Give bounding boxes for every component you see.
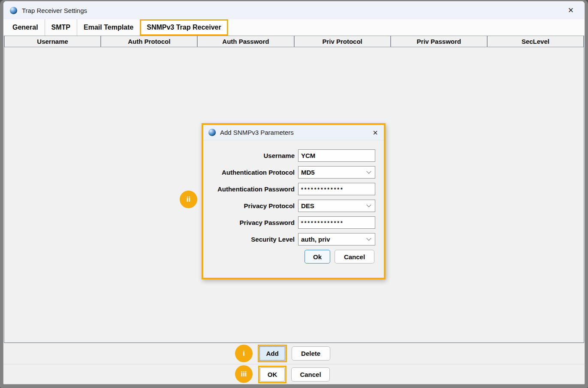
security-level-value: auth, priv [301, 236, 330, 243]
modal-body: Username Authentication Protocol MD5 Aut… [203, 140, 384, 278]
add-snmpv3-parameters-dialog: Add SNMPv3 Parameters × Username Authent… [202, 123, 386, 279]
auth-password-label: Authentication Password [203, 185, 298, 193]
close-icon[interactable]: × [565, 6, 577, 15]
annotation-step-iii: iii [235, 365, 253, 383]
tab-smtp[interactable]: SMTP [45, 19, 77, 36]
modal-button-row: Ok Cancel [203, 250, 384, 264]
app-globe-icon [10, 7, 17, 14]
add-button[interactable]: Add [259, 346, 285, 361]
priv-protocol-label: Privacy Protocol [203, 202, 298, 209]
annotation-box-add: Add [258, 345, 286, 362]
priv-password-label: Privacy Password [203, 219, 298, 226]
username-label: Username [203, 152, 298, 159]
ok-button[interactable]: OK [260, 367, 285, 382]
column-header-priv-protocol[interactable]: Priv Protocol [294, 36, 391, 47]
auth-protocol-select[interactable]: MD5 [298, 166, 375, 179]
chevron-down-icon [366, 202, 371, 207]
column-header-auth-password[interactable]: Auth Password [197, 36, 294, 47]
modal-title-bar: Add SNMPv3 Parameters × [203, 125, 384, 140]
window-title: Trap Receiver Settings [22, 7, 87, 14]
security-level-select[interactable]: auth, priv [298, 233, 375, 246]
column-header-username[interactable]: Username [4, 36, 101, 47]
modal-globe-icon [208, 129, 216, 136]
column-header-priv-password[interactable]: Priv Password [391, 36, 487, 47]
column-header-auth-protocol[interactable]: Auth Protocol [101, 36, 197, 47]
username-row: Username [203, 149, 384, 162]
tab-bar: General SMTP Email Template SNMPv3 Trap … [3, 19, 585, 36]
delete-button[interactable]: Delete [292, 346, 330, 361]
tab-general[interactable]: General [6, 19, 45, 36]
add-delete-row: Add Delete [3, 343, 585, 364]
auth-protocol-value: MD5 [301, 169, 315, 176]
modal-ok-button[interactable]: Ok [305, 250, 330, 264]
username-input[interactable] [298, 149, 375, 162]
annotation-step-ii: ii [180, 191, 197, 208]
auth-password-input[interactable] [298, 183, 375, 195]
chevron-down-icon [366, 236, 371, 240]
priv-protocol-row: Privacy Protocol DES [203, 200, 384, 212]
ok-cancel-row: OK Cancel [3, 364, 585, 384]
chevron-down-icon [366, 169, 371, 173]
column-header-seclevel[interactable]: SecLevel [487, 36, 584, 47]
auth-protocol-label: Authentication Protocol [203, 169, 298, 176]
annotation-step-i: i [235, 345, 253, 362]
title-bar: Trap Receiver Settings × [3, 1, 585, 19]
window-frame: Trap Receiver Settings × General SMTP Em… [0, 0, 588, 388]
security-level-label: Security Level [203, 236, 298, 243]
annotation-box-ok: OK [258, 366, 286, 383]
table-header-row: Username Auth Protocol Auth Password Pri… [4, 36, 584, 47]
tab-email-template[interactable]: Email Template [77, 19, 140, 36]
priv-password-row: Privacy Password [203, 216, 384, 229]
auth-password-row: Authentication Password [203, 183, 384, 195]
modal-title: Add SNMPv3 Parameters [220, 129, 294, 136]
modal-close-icon[interactable]: × [373, 129, 378, 136]
security-level-row: Security Level auth, priv [203, 233, 384, 246]
modal-cancel-button[interactable]: Cancel [335, 250, 374, 264]
priv-protocol-value: DES [301, 202, 314, 209]
tab-snmpv3-trap-receiver[interactable]: SNMPv3 Trap Receiver [140, 19, 228, 36]
cancel-button[interactable]: Cancel [291, 367, 330, 382]
auth-protocol-row: Authentication Protocol MD5 [203, 166, 384, 179]
priv-password-input[interactable] [298, 216, 375, 229]
priv-protocol-select[interactable]: DES [298, 200, 375, 212]
